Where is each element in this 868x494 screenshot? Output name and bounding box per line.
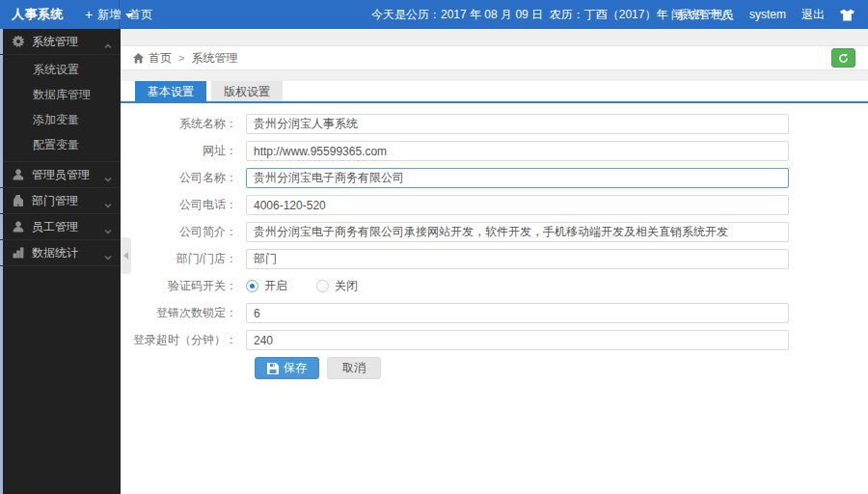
header-right-group: 系统管理员 system 退出 (676, 0, 868, 29)
department-icon (13, 195, 25, 207)
field-label: 登录超时（分钟）： (121, 330, 246, 350)
sidebar-collapse-handle[interactable] (121, 237, 131, 274)
user-role: 系统管理员 (676, 7, 734, 23)
field-label: 公司名称： (121, 168, 246, 188)
breadcrumb-current: 系统管理 (191, 50, 237, 67)
breadcrumb-separator: > (178, 52, 184, 64)
sidebar-group-staff-management[interactable]: 员工管理 (0, 214, 121, 240)
tab-basic-settings[interactable]: 基本设置 (135, 81, 206, 101)
plus-icon: + (85, 8, 93, 21)
field-label: 验证码开关： (121, 276, 246, 296)
cancel-button[interactable]: 取消 (327, 357, 381, 379)
field-label: 公司电话： (121, 195, 246, 215)
username[interactable]: system (749, 8, 786, 21)
chevron-up-icon (104, 39, 112, 52)
breadcrumb-home-link[interactable]: 首页 (149, 50, 172, 67)
form-actions: 保存 取消 (255, 357, 868, 379)
form-row: 部门/门店： (121, 249, 868, 269)
sidebar-group-label: 管理员管理 (32, 167, 90, 183)
chevron-down-icon (104, 224, 112, 237)
form-row: 系统名称： (121, 114, 868, 134)
top-header-bar: 人事系统 + 新增 首页 今天是公历：2017 年 08 月 09 日 农历：丁… (0, 0, 868, 29)
theme-shirt-icon[interactable] (840, 9, 854, 21)
form-row: 网址： (121, 141, 868, 161)
admin-user-icon (13, 169, 25, 181)
save-floppy-icon (267, 363, 279, 374)
company-name-input[interactable] (246, 168, 789, 188)
save-button[interactable]: 保存 (255, 357, 319, 379)
settings-form: 系统名称： 网址： 公司名称： 公司电话： 公司简介： 部门/门店： (121, 103, 868, 379)
form-row: 验证码开关： 开启 关闭 (121, 276, 868, 296)
website-url-input[interactable] (246, 141, 789, 161)
main-content-area: 首页 > 系统管理 基本设置 版权设置 系统名称： 网址： 公司名称： (121, 29, 868, 494)
app-brand: 人事系统 (0, 6, 75, 23)
system-name-input[interactable] (246, 114, 789, 134)
form-row: 登录超时（分钟）： (121, 330, 868, 350)
sidebar-group-system-management[interactable]: 系统管理 (0, 29, 121, 55)
chevron-down-icon (104, 172, 112, 185)
refresh-button[interactable] (831, 48, 855, 68)
sidebar-group-label: 系统管理 (32, 34, 78, 50)
sidebar-item-config-variable[interactable]: 配置变量 (0, 132, 121, 157)
sidebar-submenu-system: 系统设置 数据库管理 添加变量 配置变量 (0, 55, 121, 162)
radio-selected-icon (246, 280, 258, 292)
home-icon (133, 53, 144, 64)
login-error-lock-input[interactable] (246, 303, 789, 323)
department-store-input[interactable] (246, 249, 789, 269)
chevron-down-icon (104, 250, 112, 263)
field-label: 部门/门店： (121, 249, 246, 269)
sidebar-group-label: 员工管理 (32, 219, 78, 235)
sidebar-item-database-management[interactable]: 数据库管理 (0, 82, 121, 107)
sidebar-item-system-settings[interactable]: 系统设置 (0, 57, 121, 82)
chevron-left-icon (123, 252, 128, 260)
new-dropdown-label: 新增 (97, 7, 121, 23)
form-row: 公司电话： (121, 195, 868, 215)
radio-unselected-icon (316, 280, 329, 292)
nav-tab-home[interactable]: 首页 (119, 0, 166, 29)
logout-link[interactable]: 退出 (801, 7, 825, 23)
sidebar: 系统管理 系统设置 数据库管理 添加变量 配置变量 管理员管理 部门管理 员工管… (0, 29, 121, 494)
company-intro-input[interactable] (246, 222, 789, 242)
tab-copyright-settings[interactable]: 版权设置 (211, 81, 283, 101)
form-row: 公司名称： (121, 168, 868, 188)
captcha-off-radio[interactable]: 关闭 (316, 278, 358, 294)
nav-home-label: 首页 (129, 7, 152, 23)
sidebar-group-label: 数据统计 (32, 245, 78, 261)
breadcrumb: 首页 > 系统管理 (121, 45, 868, 70)
sidebar-group-data-statistics[interactable]: 数据统计 (0, 240, 121, 266)
company-phone-input[interactable] (246, 195, 789, 215)
field-label: 系统名称： (121, 114, 246, 134)
field-label: 网址： (121, 141, 246, 161)
staff-icon (13, 221, 25, 233)
stats-icon (13, 247, 25, 260)
login-timeout-input[interactable] (246, 330, 789, 350)
field-label: 登错次数锁定： (121, 303, 246, 323)
gear-icon (13, 36, 25, 48)
tab-bar: 基本设置 版权设置 (121, 81, 868, 103)
sidebar-group-label: 部门管理 (32, 193, 78, 209)
form-row: 公司简介： (121, 222, 868, 242)
form-row: 登错次数锁定： (121, 303, 868, 323)
chevron-down-icon (104, 198, 112, 211)
sidebar-item-add-variable[interactable]: 添加变量 (0, 107, 121, 132)
captcha-switch-radio-group: 开启 关闭 (246, 276, 387, 296)
content-panel: 基本设置 版权设置 系统名称： 网址： 公司名称： 公司电话： 公司简介： (121, 81, 868, 494)
captcha-on-radio[interactable]: 开启 (246, 278, 287, 294)
sidebar-group-department-management[interactable]: 部门管理 (0, 188, 121, 214)
refresh-icon (838, 53, 849, 64)
field-label: 公司简介： (121, 222, 246, 242)
sidebar-group-admin-management[interactable]: 管理员管理 (0, 162, 121, 188)
